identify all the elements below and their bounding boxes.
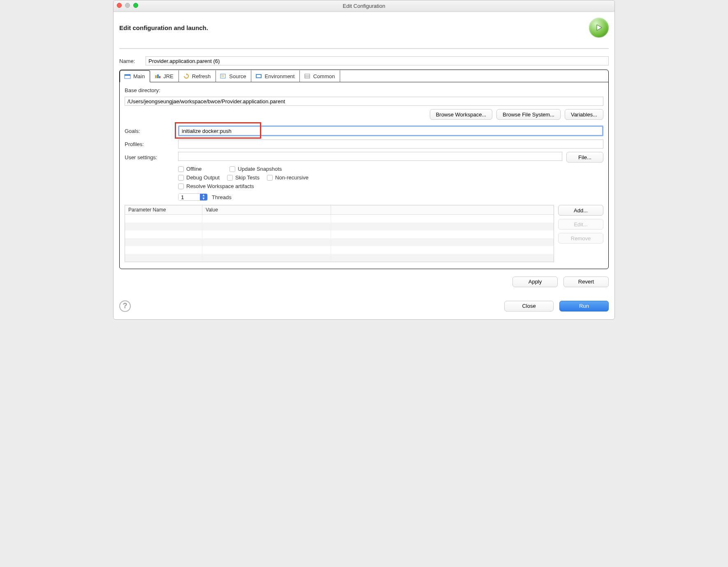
titlebar: Edit Configuration	[114, 0, 614, 12]
revert-button[interactable]: Revert	[563, 277, 609, 287]
svg-rect-2	[125, 74, 130, 76]
table-row[interactable]	[125, 230, 554, 238]
apply-button[interactable]: Apply	[512, 277, 558, 287]
tab-refresh[interactable]: Refresh	[179, 70, 216, 82]
non-recursive-label: Non-recursive	[275, 174, 308, 181]
refresh-tab-icon	[183, 73, 190, 79]
tab-main-label: Main	[133, 73, 145, 79]
run-button[interactable]: Run	[559, 301, 609, 311]
svg-rect-3	[155, 75, 157, 78]
svg-rect-7	[220, 74, 225, 78]
tab-common[interactable]: Common	[300, 70, 340, 82]
environment-tab-icon	[255, 73, 262, 79]
update-snapshots-checkbox[interactable]	[230, 166, 235, 172]
basedir-input[interactable]	[125, 97, 603, 106]
main-tab-icon	[124, 74, 131, 79]
svg-rect-5	[159, 76, 160, 78]
tab-content-main: Base directory: Browse Workspace... Brow…	[120, 82, 608, 269]
resolve-workspace-label: Resolve Workspace artifacts	[186, 183, 254, 189]
run-icon	[589, 18, 609, 37]
threads-stepper[interactable]: ▲▼	[178, 193, 208, 201]
table-row[interactable]	[125, 254, 554, 262]
offline-label: Offline	[186, 166, 202, 172]
tab-source[interactable]: Source	[216, 70, 251, 82]
goals-input[interactable]	[178, 125, 603, 136]
traffic-lights	[117, 3, 138, 8]
tab-jre[interactable]: JRE	[150, 70, 179, 82]
svg-rect-4	[157, 74, 159, 78]
skip-tests-label: Skip Tests	[235, 174, 260, 181]
profiles-input[interactable]	[178, 139, 603, 149]
param-col-name: Parameter Name	[125, 205, 202, 215]
dialog-body: Edit configuration and launch. Name: Mai…	[114, 12, 614, 319]
user-settings-file-button[interactable]: File...	[566, 152, 603, 163]
name-label: Name:	[119, 58, 141, 64]
threads-value[interactable]	[179, 194, 200, 200]
user-settings-input[interactable]	[178, 152, 562, 161]
stepper-down-icon[interactable]: ▼	[200, 197, 207, 200]
add-parameter-button[interactable]: Add...	[558, 205, 603, 216]
browse-filesystem-button[interactable]: Browse File System...	[496, 109, 561, 120]
tab-source-label: Source	[229, 73, 246, 79]
basedir-label: Base directory:	[125, 87, 174, 93]
tab-refresh-label: Refresh	[192, 73, 211, 79]
close-window-icon[interactable]	[117, 3, 122, 8]
skip-tests-checkbox[interactable]	[227, 175, 233, 181]
jre-tab-icon	[154, 73, 161, 79]
table-row[interactable]	[125, 215, 554, 223]
tab-main[interactable]: Main	[120, 70, 150, 82]
maximize-window-icon[interactable]	[133, 3, 138, 8]
param-col-value: Value	[202, 205, 331, 215]
browse-workspace-button[interactable]: Browse Workspace...	[430, 109, 493, 120]
parameter-table[interactable]: Parameter Name Value	[125, 205, 554, 262]
offline-checkbox[interactable]	[178, 166, 184, 172]
edit-parameter-button: Edit...	[558, 219, 603, 230]
remove-parameter-button: Remove	[558, 233, 603, 244]
debug-output-label: Debug Output	[186, 174, 220, 181]
dialog-window: Edit Configuration Edit configuration an…	[113, 0, 615, 320]
tab-environment-label: Environment	[264, 73, 294, 79]
svg-rect-12	[305, 74, 310, 78]
non-recursive-checkbox[interactable]	[267, 175, 273, 181]
header: Edit configuration and launch.	[119, 18, 609, 49]
header-title: Edit configuration and launch.	[119, 24, 208, 31]
table-row[interactable]	[125, 223, 554, 230]
minimize-window-icon[interactable]	[125, 3, 130, 8]
user-settings-label: User settings:	[125, 154, 174, 160]
tab-bar: Main JRE Refresh Source Environment	[120, 70, 608, 82]
update-snapshots-label: Update Snapshots	[238, 166, 282, 172]
table-row[interactable]	[125, 246, 554, 254]
profiles-label: Profiles:	[125, 141, 174, 147]
help-icon[interactable]: ?	[119, 300, 131, 312]
resolve-workspace-checkbox[interactable]	[178, 184, 184, 189]
debug-output-checkbox[interactable]	[178, 175, 184, 181]
svg-rect-11	[257, 75, 261, 77]
window-title: Edit Configuration	[343, 3, 385, 9]
close-button[interactable]: Close	[504, 301, 554, 311]
configuration-name-input[interactable]	[146, 56, 609, 65]
tab-common-label: Common	[313, 73, 335, 79]
source-tab-icon	[220, 73, 227, 79]
tab-jre-label: JRE	[163, 73, 174, 79]
tab-panel: Main JRE Refresh Source Environment	[119, 70, 609, 269]
svg-marker-0	[597, 25, 602, 30]
variables-button[interactable]: Variables...	[565, 109, 603, 120]
goals-label: Goals:	[125, 128, 174, 134]
common-tab-icon	[304, 73, 311, 79]
tab-environment[interactable]: Environment	[251, 70, 300, 82]
threads-label: Threads	[212, 194, 232, 200]
table-row[interactable]	[125, 238, 554, 246]
